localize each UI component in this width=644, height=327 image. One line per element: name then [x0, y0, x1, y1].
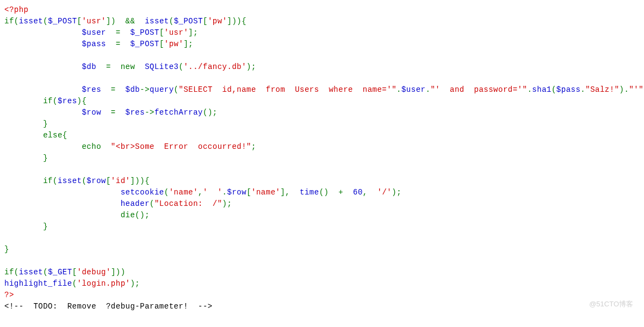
code-token: } [4, 120, 48, 128]
code-token: [ [72, 268, 77, 276]
code-token: 'id' [111, 177, 131, 185]
watermark-label: @51CTO博客 [589, 299, 633, 310]
code-token: ( [72, 279, 77, 288]
code-token: = [106, 40, 131, 48]
code-line: <!-- TODO: Remove ?debug-Parameter! --> [4, 301, 640, 312]
code-token: ])){ [227, 17, 247, 26]
code-token: 'pw' [208, 17, 227, 26]
code-token: $_POST [48, 17, 77, 26]
code-token: ); [130, 279, 140, 288]
code-token: ( [164, 188, 169, 197]
code-token: , [363, 188, 377, 197]
code-token: } [4, 245, 9, 254]
code-line [4, 164, 640, 175]
code-token: isset [145, 17, 169, 26]
code-line: die(); [4, 210, 640, 221]
code-token: ])) [111, 268, 126, 276]
code-token [4, 188, 121, 197]
code-line: $res = $db->query("SELECT id,name from U… [4, 84, 640, 96]
code-token: 'pw' [164, 40, 184, 48]
code-line: if(isset($_POST['usr']) && isset($_POST[… [4, 16, 640, 27]
code-token: ( [43, 268, 48, 276]
code-token: $pass [82, 40, 106, 48]
code-token: . [527, 85, 532, 94]
code-line [4, 50, 640, 61]
code-token: (); [203, 108, 218, 117]
code-token: $row [227, 188, 247, 197]
code-line: highlight_file('login.php'); [4, 278, 640, 290]
code-token: -> [140, 85, 150, 94]
code-token: query [150, 85, 174, 94]
code-line: if(isset($_GET['debug'])) [4, 267, 640, 278]
code-token: 'login.php' [77, 279, 131, 288]
code-token: ); [222, 199, 232, 208]
code-token: $res [126, 108, 145, 117]
code-line [4, 73, 640, 84]
code-token: $res [58, 97, 77, 105]
code-token: $_GET [48, 268, 72, 276]
code-line: echo "<br>Some Error occourred!"; [4, 141, 640, 153]
code-token: $db [82, 62, 96, 71]
code-token: ){ [77, 97, 87, 105]
code-token: "'" [629, 85, 643, 94]
code-token: die(); [4, 211, 150, 219]
code-token: , [198, 188, 203, 197]
code-token: "Salz!" [585, 85, 619, 94]
code-token: -> [145, 108, 154, 117]
code-token: [ [159, 40, 164, 48]
code-token: ; [251, 142, 256, 151]
code-token: else{ [4, 131, 67, 140]
code-line: $pass = $_POST['pw']; [4, 39, 640, 50]
code-token [4, 256, 9, 265]
code-token: ]; [188, 28, 198, 37]
code-line: } [4, 221, 640, 232]
code-token [4, 108, 82, 117]
code-token: setcookie [121, 188, 164, 197]
code-token [4, 62, 82, 71]
code-line: } [4, 118, 640, 130]
code-token: ' ' [203, 188, 222, 197]
code-line: if($res){ [4, 96, 640, 107]
code-token: 'usr' [82, 17, 106, 26]
code-token: <!-- TODO: Remove ?debug-Parameter! --> [4, 302, 213, 311]
code-token: isset [58, 177, 82, 185]
code-token [4, 234, 9, 242]
code-token: [ [106, 177, 111, 185]
code-line: else{ [4, 130, 640, 141]
code-token: SQLite3 [145, 62, 178, 71]
code-token: = new [96, 62, 145, 71]
code-token: [ [159, 28, 164, 37]
code-token: [ [246, 188, 251, 197]
code-token: ); [246, 62, 256, 71]
code-line: $row = $res->fetchArray(); [4, 107, 640, 118]
code-token: ?> [4, 291, 14, 299]
code-token: highlight_file [4, 279, 72, 288]
code-line: header("Location: /"); [4, 198, 640, 210]
code-line [4, 255, 640, 267]
code-token: "<br>Some Error occourred!" [111, 142, 251, 151]
code-token: ]) && [106, 17, 145, 26]
code-token: $res [82, 85, 101, 94]
code-token: if( [4, 177, 58, 185]
code-token: $pass [556, 85, 581, 94]
code-token: '../fancy.db' [183, 62, 246, 71]
code-token: '/' [377, 188, 392, 197]
code-token: . [397, 85, 401, 94]
code-token: isset [19, 268, 44, 276]
code-token: $user [82, 28, 106, 37]
code-line: $db = new SQLite3('../fancy.db'); [4, 61, 640, 73]
code-token: ])){ [130, 177, 150, 185]
code-line: ?> [4, 290, 640, 301]
code-line: $user = $_POST['usr']; [4, 27, 640, 39]
code-token [4, 74, 9, 83]
code-token: if( [4, 97, 58, 105]
code-token: ). [620, 85, 629, 94]
code-token: = [106, 28, 131, 37]
php-source-block: <?phpif(isset($_POST['usr']) && isset($_… [4, 4, 640, 312]
code-token: . [222, 188, 227, 197]
code-token: ( [82, 177, 86, 185]
code-token [4, 199, 121, 208]
code-token: 60 [353, 188, 363, 197]
code-token: () + [319, 188, 353, 197]
code-token: ( [552, 85, 556, 94]
